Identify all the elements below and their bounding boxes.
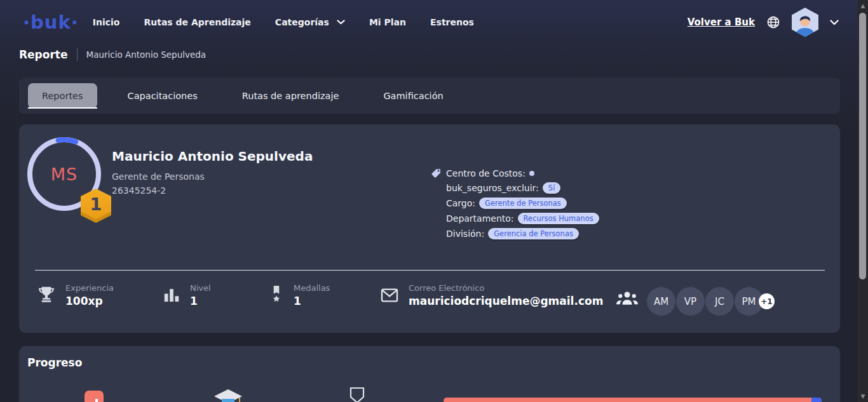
breadcrumb-divider: [77, 48, 78, 61]
chart-stat-icon: [85, 391, 104, 402]
bar-chart-icon: [162, 286, 181, 305]
stat-experiencia: Experiencia 100xp: [36, 283, 114, 307]
attribute-value-pill: Recursos Humanos: [518, 213, 599, 224]
tab-capacitaciones[interactable]: Capacitaciones: [114, 83, 212, 109]
nav-item-categorias[interactable]: Categorías: [275, 17, 345, 27]
person-rut: 26345254-2: [112, 185, 166, 196]
page-scrollbar[interactable]: ▲ ▼: [858, 0, 868, 402]
attribute-value-pill: Sí: [543, 182, 561, 194]
attribute-value-pill: Gerencia de Personas: [488, 228, 579, 239]
trophy-icon: [36, 285, 57, 305]
progress-section-title: Progreso: [27, 356, 82, 369]
team-avatar-list: AM VP JC PM +1: [647, 287, 775, 316]
user-avatar[interactable]: [792, 8, 818, 37]
stat-nivel: Nivel 1: [162, 283, 211, 307]
team-group: [615, 288, 639, 307]
tab-rutas-de-aprendizaje[interactable]: Rutas de aprendizaje: [228, 83, 353, 109]
empty-value-dot: [529, 171, 534, 176]
chevron-down-icon: [337, 20, 345, 25]
account-chevron-icon[interactable]: [830, 20, 839, 25]
attribute-row: División: Gerencia de Personas: [431, 228, 599, 239]
medal-icon: [268, 285, 285, 305]
attribute-value-pill: Gerente de Personas: [479, 198, 567, 209]
stat-medallas: Medallas 1: [268, 283, 330, 307]
person-name: Mauricio Antonio Sepulveda: [112, 149, 313, 164]
volver-a-buk-link[interactable]: Volver a Buk: [688, 17, 755, 28]
nav-item-mi-plan[interactable]: Mi Plan: [369, 17, 406, 27]
breadcrumb-current: Mauricio Antonio Sepulveda: [86, 50, 207, 60]
tab-gamificacion[interactable]: Gamificación: [369, 83, 457, 109]
attribute-centro-de-costos: Centro de Costos:: [431, 168, 599, 178]
scrollbar-thumb[interactable]: [859, 13, 866, 279]
attribute-row: Cargo: Gerente de Personas: [431, 198, 599, 209]
team-avatar-jc[interactable]: JC: [705, 287, 734, 316]
tab-reportes[interactable]: Reportes: [28, 83, 97, 109]
nav-item-estrenos[interactable]: Estrenos: [430, 17, 474, 27]
breadcrumb: Reporte Mauricio Antonio Sepulveda: [19, 48, 206, 61]
nav-item-inicio[interactable]: Inicio: [93, 17, 120, 27]
scroll-up-arrow[interactable]: ▲: [858, 3, 868, 9]
level-badge: 1: [81, 189, 111, 223]
stat-correo: Correo Electrónico mauriciodcriquelme@gm…: [379, 283, 603, 307]
progress-bar: [444, 398, 822, 402]
shield-icon: [349, 387, 365, 402]
attribute-row: buk_seguros_excluir: Sí: [431, 182, 599, 194]
scroll-down-arrow[interactable]: ▼: [858, 393, 868, 399]
team-avatar-overflow[interactable]: +1: [759, 293, 775, 309]
team-avatar-am[interactable]: AM: [647, 287, 675, 316]
buk-logo[interactable]: ·buk·: [23, 11, 79, 33]
breadcrumb-section: Reporte: [19, 48, 68, 61]
graduation-cap-icon: [214, 388, 243, 402]
team-avatar-vp[interactable]: VP: [676, 287, 705, 316]
envelope-icon: [379, 285, 400, 305]
card-divider: [35, 270, 825, 271]
globe-icon[interactable]: [766, 15, 780, 29]
progress-bar-secondary-segment: [811, 398, 822, 402]
main-nav: Inicio Rutas de Aprendizaje Categorías M…: [93, 17, 474, 27]
attributes-block: Centro de Costos: buk_seguros_excluir: S…: [431, 168, 599, 243]
nav-item-rutas[interactable]: Rutas de Aprendizaje: [144, 17, 250, 27]
report-tabs: Reportes Capacitaciones Rutas de aprendi…: [19, 77, 840, 114]
header-right-group: Volver a Buk: [688, 0, 839, 44]
people-icon: [615, 288, 639, 307]
profile-card: MS 1 Mauricio Antonio Sepulveda Gerente …: [19, 124, 840, 333]
person-role: Gerente de Personas: [112, 171, 205, 182]
attribute-row: Departamento: Recursos Humanos: [431, 213, 599, 224]
progress-card: Progreso: [19, 346, 840, 402]
tag-icon: [431, 168, 442, 178]
